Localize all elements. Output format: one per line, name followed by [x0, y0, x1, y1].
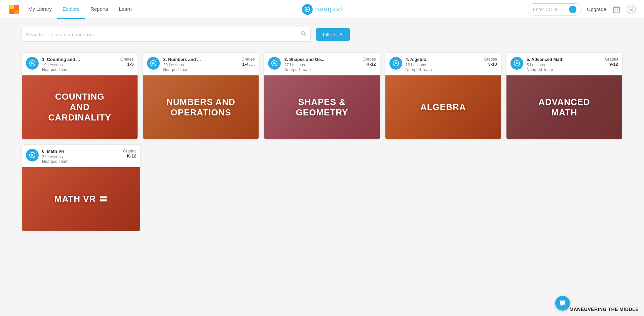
nearpod-logo-text: nearpod [315, 5, 342, 13]
card-header: 5. Advanced Math 5 Lessons Nearpod Team … [506, 53, 622, 75]
card-title: 5. Advanced Math [527, 57, 564, 63]
card-image-text: NUMBERS ANDOPERATIONS [162, 93, 239, 122]
card-title: 4. Algebra [406, 57, 432, 63]
card-logo [268, 57, 281, 70]
card-meta: 3. Shapes and Ge... 37 Lessons Nearpod T… [284, 57, 324, 72]
filters-button[interactable]: Filters ▼ [316, 28, 350, 41]
card-header-left: 6. Math VR 32 Lessons Nearpod Team [26, 149, 69, 164]
svg-point-8 [630, 7, 633, 10]
nav-right: Enter CODE › Upgrade [528, 3, 636, 15]
grades-label: Grades [120, 57, 134, 62]
enter-code-field[interactable]: Enter CODE › [528, 3, 581, 15]
card-lessons: 5 Lessons [527, 63, 564, 67]
card-item[interactable]: 2. Numbers and ... 29 Lessons Nearpod Te… [143, 52, 259, 140]
card-item[interactable]: 5. Advanced Math 5 Lessons Nearpod Team … [506, 52, 622, 140]
card-lessons: 16 Lessons [406, 63, 432, 67]
card-image: NUMBERS ANDOPERATIONS [143, 75, 259, 139]
nearpod-logo[interactable]: nearpod [302, 4, 342, 15]
card-header: 2. Numbers and ... 29 Lessons Nearpod Te… [143, 53, 259, 75]
card-image-text: MATH VR 〓 [50, 190, 112, 208]
card-author: Nearpod Team [406, 67, 432, 72]
search-section: Filters ▼ [0, 19, 644, 47]
card-lessons: 19 Lessons [42, 63, 80, 67]
card-meta: 4. Algebra 16 Lessons Nearpod Team [406, 57, 432, 72]
card-author: Nearpod Team [284, 67, 324, 72]
cards-row-2: 6. Math VR 32 Lessons Nearpod Team Grade… [22, 144, 622, 232]
card-grades: Grades K-12 [123, 149, 136, 159]
svg-point-9 [301, 31, 305, 35]
watermark: MANEUVERING THE MIDDLE [570, 307, 639, 312]
nav-link-explore[interactable]: Explore [57, 0, 85, 19]
card-item[interactable]: 1. Counting and ... 19 Lessons Nearpod T… [22, 52, 138, 140]
card-author: Nearpod Team [42, 67, 80, 72]
nav-left: My Library Explore Reports Learn [8, 0, 137, 19]
svg-rect-2 [14, 5, 18, 9]
home-icon[interactable] [8, 3, 20, 15]
card-grades: Grades 1-4, ... [241, 57, 255, 67]
search-icon [300, 31, 306, 38]
svg-line-10 [304, 34, 306, 36]
cards-section: 1. Counting and ... 19 Lessons Nearpod T… [0, 47, 644, 247]
svg-point-7 [627, 5, 636, 14]
card-image-text: ADVANCEDMATH [534, 93, 594, 122]
enter-code-arrow: › [572, 7, 573, 12]
nav-link-reports[interactable]: Reports [85, 0, 114, 19]
nav-link-learn[interactable]: Learn [113, 0, 137, 19]
enter-code-text: Enter CODE [533, 7, 566, 12]
enter-code-button[interactable]: › [569, 6, 576, 13]
grades-label: Grades [241, 57, 255, 62]
card-image: COUNTINGANDCARDINALITY [22, 75, 138, 139]
card-grades: Grades 1-5 [120, 57, 134, 67]
card-header: 6. Math VR 32 Lessons Nearpod Team Grade… [22, 145, 140, 167]
grades-range: K-12 [123, 153, 136, 159]
card-title: 6. Math VR [42, 149, 69, 154]
cart-icon[interactable] [612, 5, 621, 14]
card-logo [147, 57, 160, 70]
grades-range: 1-5 [120, 62, 134, 67]
nav-link-my-library[interactable]: My Library [23, 0, 57, 19]
card-header-left: 1. Counting and ... 19 Lessons Nearpod T… [26, 57, 80, 72]
upgrade-button[interactable]: Upgrade [587, 6, 606, 12]
grades-range: 3-10 [484, 62, 497, 67]
svg-rect-1 [10, 5, 14, 9]
navbar: My Library Explore Reports Learn nearpod… [0, 0, 644, 19]
card-logo [26, 57, 39, 70]
grades-label: Grades [484, 57, 497, 62]
card-header: 3. Shapes and Ge... 37 Lessons Nearpod T… [264, 53, 380, 75]
card-header-left: 2. Numbers and ... 29 Lessons Nearpod Te… [147, 57, 201, 72]
nav-center: nearpod [302, 4, 342, 15]
card-image: ADVANCEDMATH [506, 75, 622, 139]
card-image-text: SHAPES &GEOMETRY [292, 93, 352, 122]
card-meta: 6. Math VR 32 Lessons Nearpod Team [42, 149, 69, 164]
card-title: 3. Shapes and Ge... [284, 57, 324, 63]
card-header-left: 5. Advanced Math 5 Lessons Nearpod Team [510, 57, 564, 72]
grades-range: 1-4, ... [241, 62, 255, 67]
card-meta: 2. Numbers and ... 29 Lessons Nearpod Te… [163, 57, 201, 72]
card-header: 4. Algebra 16 Lessons Nearpod Team Grade… [385, 53, 501, 75]
search-wrapper [22, 27, 311, 42]
card-header-left: 3. Shapes and Ge... 37 Lessons Nearpod T… [268, 57, 324, 72]
grades-range: 9-12 [605, 62, 618, 67]
card-item[interactable]: 6. Math VR 32 Lessons Nearpod Team Grade… [22, 144, 141, 232]
card-image: SHAPES &GEOMETRY [264, 75, 380, 139]
card-meta: 5. Advanced Math 5 Lessons Nearpod Team [527, 57, 564, 72]
card-title: 1. Counting and ... [42, 57, 80, 63]
card-header: 1. Counting and ... 19 Lessons Nearpod T… [22, 53, 138, 75]
card-lessons: 37 Lessons [284, 63, 324, 67]
card-author: Nearpod Team [527, 67, 564, 72]
chat-bubble[interactable] [555, 296, 570, 311]
search-input[interactable] [26, 32, 300, 37]
card-meta: 1. Counting and ... 19 Lessons Nearpod T… [42, 57, 80, 72]
card-title: 2. Numbers and ... [163, 57, 201, 63]
card-item[interactable]: 3. Shapes and Ge... 37 Lessons Nearpod T… [264, 52, 380, 140]
grades-range: K-12 [363, 62, 376, 67]
card-item[interactable]: 4. Algebra 16 Lessons Nearpod Team Grade… [385, 52, 501, 140]
user-icon[interactable] [627, 5, 636, 14]
card-grades: Grades 3-10 [484, 57, 497, 67]
filters-label: Filters [323, 32, 337, 37]
card-logo [389, 57, 402, 70]
grades-label: Grades [363, 57, 376, 62]
card-grades: Grades K-12 [363, 57, 376, 67]
card-grades: Grades 9-12 [605, 57, 618, 67]
nav-links: My Library Explore Reports Learn [23, 0, 137, 19]
